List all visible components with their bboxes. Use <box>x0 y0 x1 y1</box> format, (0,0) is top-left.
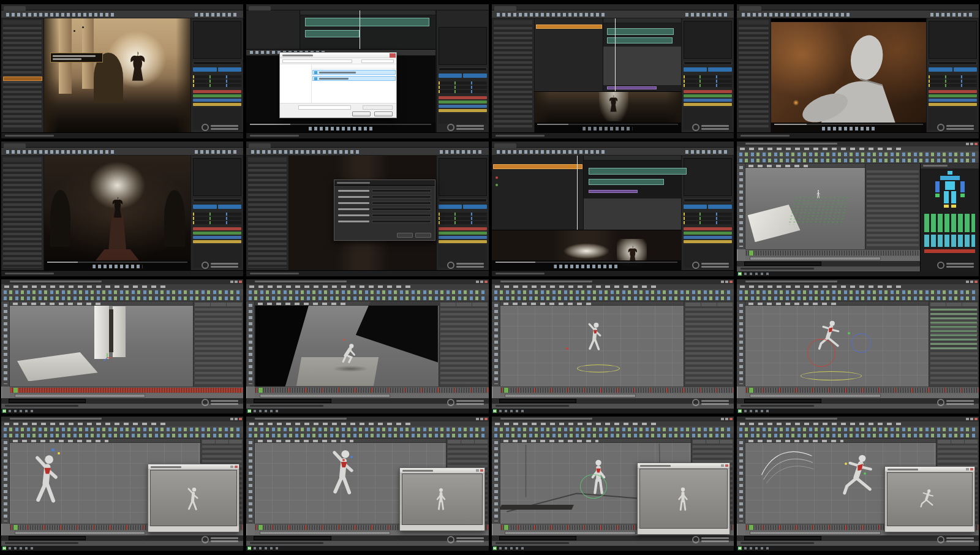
panel-tabs[interactable] <box>693 440 733 444</box>
tab[interactable] <box>202 440 215 444</box>
column-block[interactable] <box>113 306 126 358</box>
param-bar-blue[interactable] <box>929 99 977 102</box>
command-input[interactable] <box>499 536 576 540</box>
y-field[interactable] <box>209 84 225 87</box>
x-field[interactable] <box>439 213 454 216</box>
toolbox-icons[interactable] <box>494 441 498 521</box>
playback-buttons[interactable] <box>309 127 373 130</box>
close-icon[interactable] <box>725 464 728 467</box>
selected-track-row[interactable] <box>493 164 582 169</box>
maya-status-line[interactable] <box>1 426 243 432</box>
shelf-icons[interactable] <box>249 296 486 300</box>
maya-app-icon[interactable]: M <box>493 546 497 550</box>
current-frame-indicator[interactable] <box>504 388 508 393</box>
file-list[interactable] <box>312 64 396 103</box>
maya-status-line[interactable] <box>737 289 979 295</box>
current-frame-indicator[interactable] <box>13 388 18 393</box>
ue-left-panel[interactable] <box>737 18 771 132</box>
grass-scatter-field[interactable] <box>787 196 850 225</box>
playhead[interactable] <box>615 18 616 91</box>
file-list-column-headers[interactable] <box>312 64 396 69</box>
panel-list[interactable] <box>739 27 769 130</box>
time-slider[interactable] <box>255 387 488 393</box>
close-icon[interactable] <box>729 281 733 283</box>
x-field[interactable] <box>439 86 454 89</box>
maximize-icon[interactable] <box>725 418 728 420</box>
maya-menu-bar[interactable] <box>246 421 488 426</box>
viewport-menu-items[interactable] <box>13 440 108 442</box>
maya-menu-bar[interactable] <box>492 421 734 426</box>
ue-details-panel[interactable] <box>190 18 243 132</box>
maya-app-icon[interactable]: M <box>738 272 742 276</box>
playback-progress[interactable] <box>250 124 431 125</box>
picker-right-leg-button[interactable] <box>951 191 956 203</box>
z-field[interactable] <box>226 217 242 220</box>
z-field[interactable] <box>716 221 732 224</box>
x-field[interactable] <box>929 84 944 87</box>
y-field[interactable] <box>454 90 470 93</box>
menu-items[interactable] <box>4 423 169 425</box>
maximize-icon[interactable] <box>480 418 483 420</box>
ue-level-tab[interactable] <box>494 6 516 10</box>
z-field[interactable] <box>716 84 732 87</box>
z-field[interactable] <box>471 213 487 216</box>
playblast-window[interactable] <box>884 466 975 532</box>
statue-silhouette[interactable] <box>608 89 619 118</box>
time-slider[interactable] <box>745 387 979 393</box>
floor-slab[interactable] <box>17 352 98 381</box>
rotate-manipulator-red[interactable] <box>807 339 835 367</box>
setting-row[interactable] <box>338 214 431 217</box>
toolbox-icons[interactable] <box>4 441 7 521</box>
panel-tabs[interactable] <box>685 303 733 306</box>
maya-shelf[interactable] <box>737 295 979 301</box>
sequencer-panel[interactable] <box>246 10 435 50</box>
add-component-button[interactable] <box>708 205 732 209</box>
transform-location-fields[interactable] <box>684 75 732 78</box>
ue-toolbar-icons[interactable] <box>6 13 115 17</box>
toolbox-icons[interactable] <box>739 441 743 521</box>
ue-menu-bar[interactable] <box>737 4 979 10</box>
minimize-icon[interactable] <box>966 143 969 145</box>
maya-channel-box[interactable] <box>193 301 243 387</box>
viewport-menu-items[interactable] <box>258 440 353 442</box>
y-field[interactable] <box>945 75 961 78</box>
z-field[interactable] <box>716 75 732 78</box>
playblast-title-bar[interactable] <box>400 468 484 474</box>
maya-toolbox[interactable] <box>492 439 500 524</box>
param-bar-blue[interactable] <box>193 99 241 102</box>
render-settings-dialog[interactable] <box>334 179 435 241</box>
param-bar-green[interactable] <box>193 94 241 97</box>
rotate-manipulator-blue[interactable] <box>851 333 871 353</box>
range-bar[interactable] <box>15 531 146 535</box>
maya-status-line[interactable] <box>246 289 488 295</box>
black-wall-right[interactable] <box>356 301 439 363</box>
maya-menu-bar[interactable] <box>1 421 243 426</box>
file-row-selected[interactable] <box>312 70 396 75</box>
ue-toolbar-icons[interactable] <box>251 150 360 154</box>
close-icon[interactable] <box>390 53 396 58</box>
tab[interactable] <box>965 440 978 444</box>
transform-location-fields[interactable] <box>439 213 487 216</box>
maya-status-line[interactable] <box>737 151 979 157</box>
param-bar-red[interactable] <box>439 96 487 99</box>
y-field[interactable] <box>699 80 715 83</box>
toolbox-icons[interactable] <box>249 304 252 384</box>
setting-row[interactable] <box>338 189 431 193</box>
command-input[interactable] <box>254 536 331 540</box>
menu-items[interactable] <box>249 423 414 425</box>
level-viewport[interactable] <box>44 18 190 132</box>
ue-toolbar[interactable] <box>1 148 243 156</box>
z-field[interactable] <box>226 84 242 87</box>
minimize-icon[interactable] <box>966 281 969 283</box>
current-frame-indicator[interactable] <box>504 525 508 530</box>
time-slider[interactable] <box>10 387 243 393</box>
maya-app-icon[interactable]: M <box>738 546 742 550</box>
y-field[interactable] <box>209 217 225 220</box>
maya-status-line[interactable] <box>1 289 243 295</box>
panel-tabs[interactable] <box>930 303 978 306</box>
close-icon[interactable] <box>484 418 488 420</box>
panel-tabs[interactable] <box>202 440 242 444</box>
tab[interactable] <box>227 303 242 306</box>
minimize-icon[interactable] <box>476 281 479 283</box>
y-field[interactable] <box>945 80 961 83</box>
